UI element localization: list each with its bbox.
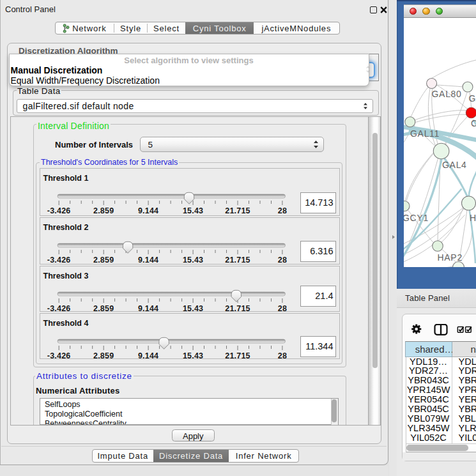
svg-text:15.43: 15.43 (182, 206, 203, 215)
svg-text:-3.426: -3.426 (47, 304, 70, 313)
svg-text:9.144: 9.144 (137, 256, 158, 265)
svg-text:GCY1: GCY1 (404, 213, 429, 223)
svg-text:H: H (470, 213, 476, 223)
svg-text:21.715: 21.715 (225, 206, 250, 215)
svg-text:28: 28 (277, 256, 286, 265)
svg-text:GAL11: GAL11 (410, 128, 440, 138)
svg-text:-3.426: -3.426 (47, 206, 70, 215)
svg-text:-3.426: -3.426 (47, 351, 70, 360)
svg-text:21.715: 21.715 (225, 256, 250, 265)
svg-text:GA: GA (469, 93, 476, 104)
svg-text:28: 28 (277, 304, 286, 313)
svg-text:2.859: 2.859 (93, 351, 114, 360)
svg-text:GAL80: GAL80 (432, 89, 462, 99)
svg-text:28: 28 (277, 206, 286, 215)
svg-text:15.43: 15.43 (182, 304, 203, 313)
svg-text:28: 28 (277, 351, 286, 360)
svg-text:9.144: 9.144 (137, 206, 158, 215)
svg-text:2.859: 2.859 (93, 304, 114, 313)
svg-text:2.859: 2.859 (93, 256, 114, 265)
svg-text:HAP2: HAP2 (438, 252, 463, 262)
svg-text:GAL4: GAL4 (442, 159, 467, 169)
svg-text:2.859: 2.859 (93, 206, 114, 215)
svg-text:15.43: 15.43 (182, 351, 203, 360)
svg-text:21.715: 21.715 (225, 351, 250, 360)
svg-text:21.715: 21.715 (225, 304, 250, 313)
svg-text:-3.426: -3.426 (47, 256, 70, 265)
svg-text:15.43: 15.43 (182, 256, 203, 265)
svg-text:9.144: 9.144 (137, 351, 158, 360)
svg-text:9.144: 9.144 (137, 304, 158, 313)
svg-text:C: C (471, 118, 476, 128)
